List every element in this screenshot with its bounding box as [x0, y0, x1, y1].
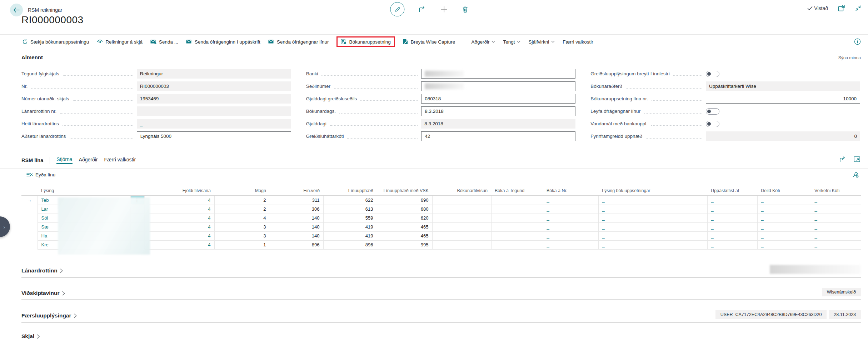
- cell-line-amount[interactable]: 419: [323, 231, 377, 240]
- cell-post-no[interactable]: _: [543, 222, 598, 231]
- cell-signed-by[interactable]: _: [707, 205, 757, 214]
- cell-lysing[interactable]: Sól: [38, 214, 130, 222]
- col-boka-a-nr[interactable]: Bóka á Nr.: [543, 187, 598, 196]
- cell-post-no[interactable]: _: [543, 205, 598, 214]
- cell-post-type[interactable]: [491, 231, 543, 240]
- cell-dept-code[interactable]: _: [757, 240, 811, 249]
- table-row[interactable]: Lar 4 2 306 613 680 _ _ _ _ _: [21, 205, 861, 214]
- breadcrumb[interactable]: RSM reikningar: [28, 7, 62, 13]
- cell-setup-desc[interactable]: _: [598, 222, 707, 231]
- cell-lysing[interactable]: Lar: [38, 205, 130, 214]
- cell-qty[interactable]: 3: [214, 222, 270, 231]
- cell-line-amount-vat[interactable]: 465: [377, 222, 432, 231]
- cell-dept-code[interactable]: _: [757, 205, 811, 214]
- cell-post-type[interactable]: [491, 222, 543, 231]
- cell-signed-by[interactable]: _: [707, 214, 757, 222]
- cell-post-type[interactable]: [491, 240, 543, 249]
- cell-booking-ref[interactable]: [432, 196, 491, 205]
- cell-post-type[interactable]: [491, 196, 543, 205]
- cell-post-no[interactable]: _: [543, 196, 598, 205]
- cell-line-amount-vat[interactable]: 465: [377, 231, 432, 240]
- cell-unit-price[interactable]: 311: [270, 196, 323, 205]
- cell-booking-ref[interactable]: [432, 205, 491, 214]
- cell-qty[interactable]: 2: [214, 205, 270, 214]
- cell-qty[interactable]: 3: [214, 231, 270, 240]
- cell-qty[interactable]: 4: [214, 214, 270, 222]
- cell-project-code[interactable]: _: [811, 214, 861, 222]
- adsetur-lanardrottins-input[interactable]: Lyngháls 5000: [137, 131, 291, 141]
- cell-setup-desc[interactable]: _: [598, 240, 707, 249]
- cell-setup-desc[interactable]: _: [598, 214, 707, 222]
- cell-lysing[interactable]: Sæ: [38, 222, 130, 231]
- col-uppaskrifist-af[interactable]: Uppáskrifist af: [707, 187, 757, 196]
- menu-sjalfvirkni[interactable]: Sjálfvirkni: [528, 39, 555, 45]
- cell-refs[interactable]: 4: [145, 196, 214, 205]
- share-icon[interactable]: [419, 6, 426, 12]
- faersluupplysingar-header[interactable]: Færsluupplýsingar: [21, 312, 77, 319]
- col-deild-koti[interactable]: Deild Kóti: [757, 187, 811, 196]
- lanardrottinn-header[interactable]: Lánardrottinn: [21, 267, 63, 274]
- cell-refs[interactable]: 4: [145, 214, 214, 222]
- cmd-bokunaruppsetning-highlighted[interactable]: Bókunaruppsetning: [336, 36, 395, 47]
- cell-project-code[interactable]: _: [811, 196, 861, 205]
- table-row[interactable]: Kre 4 1 896 896 995 _ _ _ _ _: [21, 240, 861, 249]
- gjalddagi-greidslusedils-input[interactable]: 080318: [421, 94, 575, 104]
- cell-post-type[interactable]: [491, 214, 543, 222]
- cell-lysing[interactable]: Teb: [38, 196, 130, 205]
- cell-lysing[interactable]: Kre: [38, 240, 130, 249]
- cell-qty[interactable]: 1: [214, 240, 270, 249]
- bokunaruppsetning-lina-nr-input[interactable]: 10000: [706, 94, 860, 104]
- cmd-senda-ofragengnar-linur[interactable]: Senda ófrágengnar línur: [268, 39, 329, 45]
- cell-line-amount[interactable]: 622: [323, 196, 377, 205]
- almennt-title[interactable]: Almennt: [21, 54, 43, 60]
- cell-line-amount[interactable]: 613: [323, 205, 377, 214]
- cell-signed-by[interactable]: _: [707, 231, 757, 240]
- cmd-saekja-bokunaruppsetningu[interactable]: Sækja bókunaruppsetningu: [22, 39, 89, 45]
- cell-refs[interactable]: 4: [145, 231, 214, 240]
- cell-unit-price[interactable]: 896: [270, 240, 323, 249]
- cell-refs[interactable]: 4: [145, 222, 214, 231]
- cell-refs[interactable]: 4: [145, 240, 214, 249]
- row-menu-kebab-icon[interactable]: ⋮: [131, 196, 145, 205]
- cmd-senda[interactable]: Senda ...: [150, 39, 178, 45]
- sedilnumer-input[interactable]: [421, 81, 575, 91]
- greidsluupplysingum-breytt-toggle[interactable]: [706, 71, 719, 77]
- show-less-link[interactable]: Sýna minna: [838, 55, 861, 60]
- cell-booking-ref[interactable]: [432, 222, 491, 231]
- col-fjoldi-tilvisana[interactable]: Fjöldi tilvísana: [145, 187, 214, 196]
- tab-stjorna[interactable]: Stjórna: [56, 156, 72, 164]
- cell-project-code[interactable]: _: [811, 240, 861, 249]
- cmd-senda-ofragenginn-i-uppaskrift[interactable]: Senda ófrágenginn í uppáskrift: [186, 39, 260, 45]
- back-button[interactable]: [10, 4, 23, 16]
- cell-signed-by[interactable]: _: [707, 196, 757, 205]
- cell-line-amount-vat[interactable]: 995: [377, 240, 432, 249]
- new-plus-icon[interactable]: [440, 6, 448, 13]
- cell-refs[interactable]: 4: [145, 205, 214, 214]
- cell-post-no[interactable]: _: [543, 240, 598, 249]
- delete-line-button[interactable]: Eyða línu: [26, 172, 55, 177]
- row-menu[interactable]: [131, 231, 145, 240]
- edit-button[interactable]: [390, 2, 404, 16]
- vidskiptavinur-header[interactable]: Viðskiptavinur: [21, 290, 65, 296]
- col-bokunartilvisun[interactable]: Bókunartilvísun: [432, 187, 491, 196]
- unpin-icon[interactable]: [852, 171, 859, 178]
- cell-dept-code[interactable]: _: [757, 196, 811, 205]
- cell-project-code[interactable]: _: [811, 205, 861, 214]
- cell-booking-ref[interactable]: [432, 240, 491, 249]
- share-icon[interactable]: [839, 156, 847, 162]
- banki-input[interactable]: [421, 69, 575, 79]
- col-einverd[interactable]: Ein.verð: [270, 187, 323, 196]
- cell-line-amount[interactable]: 419: [323, 222, 377, 231]
- row-menu[interactable]: [131, 222, 145, 231]
- cell-unit-price[interactable]: 140: [270, 231, 323, 240]
- row-menu[interactable]: [131, 205, 145, 214]
- leyfa-ofragengnar-linur-toggle[interactable]: [706, 108, 719, 115]
- col-boka-a-tegund[interactable]: Bóka á Tegund: [491, 187, 543, 196]
- cell-booking-ref[interactable]: [432, 231, 491, 240]
- cell-booking-ref[interactable]: [432, 214, 491, 222]
- col-linuupphaed-med-vsk[interactable]: Línuupphæð með VSK: [377, 187, 432, 196]
- cmd-breyta-wise-capture[interactable]: Breyta Wise Capture: [403, 39, 455, 45]
- cell-signed-by[interactable]: _: [707, 222, 757, 231]
- cell-post-no[interactable]: _: [543, 231, 598, 240]
- info-icon[interactable]: [854, 38, 861, 45]
